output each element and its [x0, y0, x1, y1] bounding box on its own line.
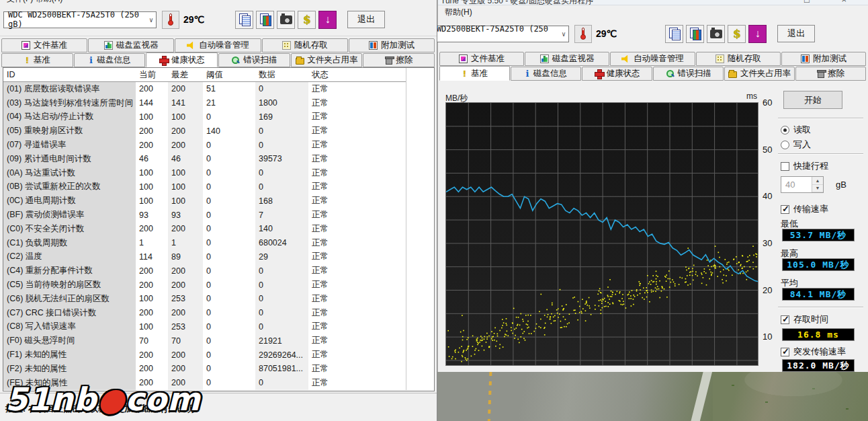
table-row[interactable]: (C6) 脱机无法纠正的扇区数10025300正常: [3, 292, 406, 306]
table-row[interactable]: (05) 重映射扇区计数2002001400正常: [3, 124, 406, 138]
table-cell: 141: [168, 96, 203, 110]
tab-文件基准[interactable]: 文件基准: [439, 52, 524, 66]
tab-磁盘信息[interactable]: i磁盘信息: [511, 67, 581, 81]
table-row[interactable]: (C5) 当前待映射的扇区数20020000正常: [3, 278, 406, 292]
update-button[interactable]: ↓: [318, 11, 337, 29]
drive-select[interactable]: WDC WD2500BEKT-75A25T0 (250 gB) ∨: [3, 11, 157, 28]
tab-label: 磁盘监视器: [116, 40, 159, 51]
tab-健康状态[interactable]: 健康状态: [582, 67, 652, 81]
table-row[interactable]: (01) 底层数据读取错误率200200510正常: [3, 82, 406, 96]
tab-磁盘监视器[interactable]: 磁盘监视器: [88, 38, 174, 52]
table-row[interactable]: (C7) CRC 接口错误计数20020000正常: [3, 306, 406, 320]
start-button[interactable]: 开始: [783, 91, 842, 109]
column-header: 数据: [255, 68, 308, 81]
tab-文件基准[interactable]: 文件基准: [1, 38, 87, 52]
write-radio[interactable]: 写入: [781, 139, 811, 151]
table-row[interactable]: (BF) 震动侦测错误率939307正常: [3, 208, 406, 222]
burst-rate-checkbox[interactable]: 突发传输速率: [781, 346, 846, 358]
tab-文件夹占用率[interactable]: 文件夹占用率: [291, 53, 363, 67]
temperature-button[interactable]: [574, 25, 592, 43]
table-row[interactable]: (C2) 温度11489029正常: [3, 250, 406, 264]
transfer-rate-checkbox[interactable]: 传输速率: [781, 203, 828, 215]
tab-错误扫描[interactable]: 错误扫描: [218, 53, 290, 67]
tab-错误扫描[interactable]: 错误扫描: [653, 67, 724, 81]
table-cell: 0: [203, 110, 255, 124]
table-row[interactable]: (C8) 写入错误速率10025300正常: [3, 320, 406, 334]
menu-file-help[interactable]: 文件(F) 帮助(H): [7, 0, 62, 5]
menu-help[interactable]: 帮助(H): [445, 7, 472, 18]
table-row[interactable]: (C1) 负载周期数110680024正常: [3, 236, 406, 250]
screenshot-button[interactable]: [277, 11, 295, 29]
table-row[interactable]: (0C) 通电周期计数1001000168正常: [3, 194, 406, 208]
table-cell: (0B) 尝试重新校正的次数: [3, 180, 136, 194]
table-row[interactable]: (0B) 尝试重新校正的次数10010000正常: [3, 180, 406, 194]
copy-image-button[interactable]: [686, 25, 704, 43]
table-cell: 正常: [308, 250, 364, 264]
screenshot-button[interactable]: [707, 25, 725, 43]
table-row[interactable]: (0A) 马达重试计数10010000正常: [3, 166, 406, 180]
table-row[interactable]: (F2) 未知的属性200200087051981...正常: [3, 362, 406, 376]
access-time-checkbox[interactable]: 存取时间: [781, 313, 828, 326]
table-cell: 正常: [308, 96, 364, 110]
capacity-spinner[interactable]: 40 ▲▼: [781, 176, 824, 193]
copy-text-button[interactable]: [665, 25, 683, 43]
tab-row-tests: !基准i磁盘信息健康状态错误扫描文件夹占用率擦除: [438, 66, 868, 81]
noise-management-icon: [621, 54, 630, 63]
tab-附加测试[interactable]: 附加测试: [349, 38, 435, 52]
tab-自动噪音管理[interactable]: 自动噪音管理: [175, 38, 261, 52]
divider: [778, 118, 863, 119]
table-cell: 正常: [308, 236, 364, 250]
tab-自动噪音管理[interactable]: 自动噪音管理: [610, 52, 695, 66]
update-button[interactable]: ↓: [748, 25, 767, 43]
copy-image-button[interactable]: [256, 11, 274, 29]
tab-随机存取[interactable]: 随机存取: [696, 52, 781, 66]
short-stroke-checkbox[interactable]: 快捷行程: [781, 160, 828, 172]
table-cell: 93: [136, 208, 168, 222]
title-bar[interactable]: Tune 专业版 5.50 - 硬盘/固态硬盘实用程序 □ ×: [438, 0, 868, 5]
purchase-button[interactable]: $: [298, 11, 316, 29]
tab-擦除[interactable]: 擦除: [795, 67, 866, 81]
table-cell: 0: [203, 362, 255, 376]
checkbox-checked-icon: [781, 205, 789, 214]
table-cell: [364, 250, 406, 264]
drive-select[interactable]: WDC WD2500BEKT-75A25T0 (250 gB) ∨: [437, 26, 569, 42]
table-header-row: ID当前最差阈值数据状态: [3, 68, 406, 82]
table-cell: 100: [168, 180, 203, 194]
table-cell: [364, 152, 406, 166]
tab-附加测试[interactable]: 附加测试: [781, 52, 866, 66]
purchase-button[interactable]: $: [728, 25, 746, 43]
copy-text-button[interactable]: [235, 11, 253, 29]
camera-icon: [710, 30, 722, 38]
table-row[interactable]: (04) 马达启动/停止计数1001000169正常: [3, 110, 406, 124]
exit-button[interactable]: 退出: [347, 11, 385, 28]
tab-文件夹占用率[interactable]: 文件夹占用率: [724, 67, 795, 81]
window-buttons[interactable]: □ ×: [804, 0, 861, 5]
table-row[interactable]: (C0) 不安全关闭计数2002000140正常: [3, 222, 406, 236]
tab-健康状态[interactable]: 健康状态: [146, 52, 218, 67]
spinner-arrows[interactable]: ▲▼: [812, 177, 823, 192]
table-cell: 200: [168, 264, 203, 278]
table-row[interactable]: (09) 累计通电时间计数4646039573正常: [3, 152, 406, 166]
table-row[interactable]: (F0) 磁头悬浮时间7070021921正常: [3, 334, 406, 348]
read-radio[interactable]: 读取: [781, 124, 811, 136]
avg-value-display: 84.1 MB/秒: [782, 288, 855, 301]
table-row[interactable]: (03) 马达旋转到标准转速所需时间144141211800正常: [3, 96, 406, 110]
tab-label: 磁盘监视器: [552, 53, 595, 65]
table-cell: 正常: [308, 124, 364, 138]
table-row[interactable]: (07) 寻道错误率20020000正常: [3, 138, 406, 152]
tab-row-tests: !基准i磁盘信息健康状态错误扫描文件夹占用率擦除: [0, 52, 437, 67]
tab-基准[interactable]: !基准: [1, 53, 73, 67]
tab-擦除[interactable]: 擦除: [363, 53, 435, 67]
tab-磁盘信息[interactable]: i磁盘信息: [74, 53, 146, 67]
radio-selected-icon: [781, 126, 789, 135]
table-cell: 正常: [308, 82, 364, 96]
table-row[interactable]: (C4) 重新分配事件计数20020000正常: [3, 264, 406, 278]
temperature-button[interactable]: [162, 11, 179, 29]
tab-随机存取[interactable]: 随机存取: [262, 38, 348, 52]
table-row[interactable]: (F1) 未知的属性200200029269264...正常: [3, 348, 406, 362]
tab-磁盘监视器[interactable]: 磁盘监视器: [525, 52, 609, 66]
tab-基准[interactable]: !基准: [439, 66, 510, 81]
tab-label: 自动噪音管理: [199, 40, 249, 51]
checkbox-checked-icon: [781, 315, 789, 324]
exit-button[interactable]: 退出: [777, 25, 815, 42]
